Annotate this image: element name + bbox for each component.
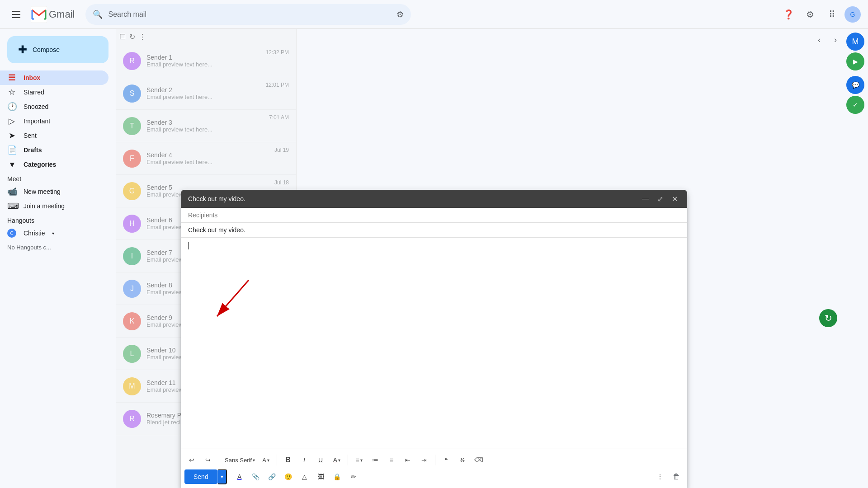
toolbar-row-1: ↩ ↪ Sans Serif ▾ A ▾ B I U A ▾ bbox=[184, 453, 684, 467]
toolbar-right-icons: ⋮ 🗑 bbox=[653, 469, 684, 484]
search-filter-icon[interactable]: ⚙ bbox=[396, 9, 404, 19]
contacts-side-icon[interactable]: ✓ bbox=[846, 96, 864, 114]
search-bar[interactable]: 🔍 ⚙ bbox=[85, 4, 411, 25]
email-avatar: M bbox=[123, 377, 141, 395]
delete-compose-button[interactable]: 🗑 bbox=[669, 469, 684, 484]
menu-button[interactable] bbox=[7, 5, 25, 23]
email-time: 12:01 PM bbox=[266, 81, 289, 88]
prev-email-button[interactable]: ‹ bbox=[812, 33, 826, 47]
sidebar-item-hangouts-user[interactable]: C Christie ▾ bbox=[0, 226, 108, 240]
align-button[interactable]: ≡ ▾ bbox=[352, 453, 366, 467]
font-size-label: A bbox=[262, 457, 266, 464]
subject-field[interactable]: Check out my video. bbox=[181, 223, 687, 238]
more-options-button[interactable]: ⋮ bbox=[653, 469, 667, 484]
sidebar-item-new-meeting[interactable]: 📹 New meeting bbox=[0, 184, 108, 199]
bulleted-list-button[interactable]: ≡ bbox=[384, 453, 399, 467]
next-email-button[interactable]: › bbox=[828, 33, 843, 47]
clear-formatting-button[interactable]: ⌫ bbox=[472, 453, 486, 467]
refresh-icon[interactable]: ↻ bbox=[129, 33, 135, 41]
quote-button[interactable]: ❝ bbox=[439, 453, 453, 467]
italic-button[interactable]: I bbox=[297, 453, 311, 467]
chat-side-icon[interactable]: 💬 bbox=[846, 76, 864, 94]
sent-icon: ➤ bbox=[7, 131, 16, 141]
send-button[interactable]: Send bbox=[184, 469, 217, 484]
email-avatar: K bbox=[123, 312, 141, 330]
email-row[interactable]: T Sender 3 Email preview text here... 7:… bbox=[116, 110, 296, 142]
recipients-input[interactable] bbox=[188, 211, 680, 219]
recipients-field[interactable] bbox=[181, 208, 687, 223]
text-color-inline-button[interactable]: A bbox=[232, 469, 247, 484]
compose-plus-icon: ✚ bbox=[18, 43, 27, 56]
align-icon: ≡ bbox=[355, 456, 359, 464]
app-header: Gmail 🔍 ⚙ ❓ ⚙ ⠿ G bbox=[0, 0, 868, 29]
font-family-arrow: ▾ bbox=[253, 458, 255, 463]
image-button[interactable]: 🖼 bbox=[314, 469, 328, 484]
email-preview: Email preview text here... bbox=[146, 61, 260, 68]
avatar[interactable]: G bbox=[844, 6, 861, 23]
email-sender: Sender 1 bbox=[146, 54, 260, 61]
email-avatar: T bbox=[123, 117, 141, 135]
apps-button[interactable]: ⠿ bbox=[823, 5, 841, 23]
toolbar-separator bbox=[219, 455, 219, 465]
text-color-button[interactable]: A ▾ bbox=[330, 453, 344, 467]
search-icon: 🔍 bbox=[93, 9, 103, 19]
indent-less-button[interactable]: ⇤ bbox=[401, 453, 415, 467]
emoji-button[interactable]: 🙂 bbox=[281, 469, 296, 484]
underline-button[interactable]: U bbox=[313, 453, 328, 467]
sidebar-item-starred[interactable]: ☆ Starred bbox=[0, 85, 108, 99]
compose-button[interactable]: ✚ Compose bbox=[7, 36, 108, 63]
sidebar-item-snoozed[interactable]: 🕐 Snoozed bbox=[0, 99, 108, 114]
sidebar-item-sent[interactable]: ➤ Sent bbox=[0, 128, 108, 143]
gmail-side-icon[interactable]: M bbox=[846, 33, 864, 51]
confidential-button[interactable]: 🔒 bbox=[330, 469, 344, 484]
font-size-button[interactable]: A ▾ bbox=[259, 453, 273, 467]
link-button[interactable]: 🔗 bbox=[265, 469, 279, 484]
sidebar-item-important[interactable]: ▷ Important bbox=[0, 114, 108, 128]
strikethrough-button[interactable]: S bbox=[455, 453, 470, 467]
compose-body-area[interactable] bbox=[181, 238, 687, 449]
search-input[interactable] bbox=[108, 10, 391, 19]
toolbar-separator-2 bbox=[277, 455, 277, 465]
align-arrow: ▾ bbox=[360, 458, 363, 463]
meet-side-icon[interactable]: ▶ bbox=[846, 52, 864, 70]
font-family-label: Sans Serif bbox=[225, 457, 252, 464]
refresh-green-button[interactable]: ↻ bbox=[819, 309, 837, 327]
redo-button[interactable]: ↪ bbox=[201, 453, 215, 467]
drive-button[interactable]: △ bbox=[297, 469, 312, 484]
compose-title: Check out my video. bbox=[188, 195, 245, 202]
indent-more-button[interactable]: ⇥ bbox=[417, 453, 431, 467]
email-preview: Email preview text here... bbox=[146, 126, 264, 133]
minimize-button[interactable]: — bbox=[640, 193, 651, 204]
categories-label: Categories bbox=[24, 161, 56, 168]
help-button[interactable]: ❓ bbox=[779, 5, 797, 23]
undo-button[interactable]: ↩ bbox=[184, 453, 199, 467]
email-row[interactable]: F Sender 4 Email preview text here... Ju… bbox=[116, 142, 296, 175]
sidebar-item-inbox[interactable]: ☰ Inbox bbox=[0, 70, 108, 85]
numbered-list-button[interactable]: ≔ bbox=[368, 453, 382, 467]
send-options-button[interactable]: ▾ bbox=[217, 469, 227, 484]
no-hangouts-label: No Hangouts c... bbox=[0, 240, 116, 254]
email-preview: Email preview text here... bbox=[146, 94, 260, 100]
gmail-logo: Gmail bbox=[31, 6, 75, 23]
settings-button[interactable]: ⚙ bbox=[801, 5, 819, 23]
checkbox-icon[interactable]: ☐ bbox=[119, 33, 126, 41]
font-family-button[interactable]: Sans Serif ▾ bbox=[223, 453, 257, 467]
sidebar-item-categories[interactable]: ▾ Categories bbox=[0, 157, 108, 172]
attach-button[interactable]: 📎 bbox=[249, 469, 263, 484]
close-compose-button[interactable]: ✕ bbox=[669, 193, 680, 204]
new-window-button[interactable]: ⤢ bbox=[655, 193, 665, 204]
email-preview: Email preview text here... bbox=[146, 159, 269, 165]
sidebar-item-drafts[interactable]: 📄 Drafts bbox=[0, 143, 108, 157]
inbox-icon: ☰ bbox=[7, 73, 16, 83]
drafts-label: Drafts bbox=[24, 146, 42, 154]
bold-button[interactable]: B bbox=[281, 453, 295, 467]
email-row[interactable]: R Sender 1 Email preview text here... 12… bbox=[116, 45, 296, 77]
hangouts-section-label: Hangouts bbox=[0, 213, 116, 226]
email-row[interactable]: S Sender 2 Email preview text here... 12… bbox=[116, 77, 296, 110]
email-avatar: G bbox=[123, 182, 141, 200]
hangouts-user-label: Christie bbox=[24, 230, 45, 237]
more-icon[interactable]: ⋮ bbox=[139, 33, 146, 41]
signature-button[interactable]: ✏ bbox=[346, 469, 361, 484]
sidebar-item-join-meeting[interactable]: ⌨ Join a meeting bbox=[0, 199, 108, 213]
text-cursor bbox=[188, 242, 189, 249]
